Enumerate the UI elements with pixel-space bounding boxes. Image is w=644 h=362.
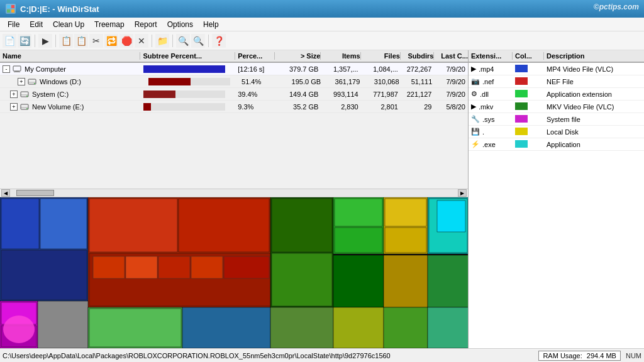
toolbar-refresh[interactable]: 🔁 — [104, 34, 118, 48]
toolbar: 📄 🔄 ▶ 📋 📋 ✂ 🔁 🛑 ✕ 📁 🔍 🔍 ❓ — [0, 31, 644, 50]
ext-cell-desc: Local Disk — [544, 128, 644, 136]
menu-help[interactable]: Help — [198, 19, 224, 30]
subtree-bar — [143, 103, 225, 111]
scroll-thumb[interactable] — [16, 190, 54, 196]
scroll-left[interactable]: ◀ — [1, 189, 10, 197]
ext-cell-ext: ⚡ .exe — [469, 140, 513, 148]
row-perce: 51.4% — [239, 78, 278, 85]
col-header-subdirs[interactable]: Subdirs — [401, 52, 435, 60]
row-lastc: 5/8/20 — [434, 103, 468, 111]
ext-cell-desc: Application extension — [544, 90, 644, 98]
row-name-label: System (C:) — [32, 90, 69, 98]
ext-row[interactable]: 💾 . Local Disk — [469, 126, 644, 138]
ext-row[interactable]: ⚙ .dll Application extension — [469, 88, 644, 101]
svg-rect-32 — [272, 253, 332, 306]
ext-cell-ext: ▶ .mp4 — [469, 65, 513, 73]
menu-options[interactable]: Options — [162, 19, 198, 30]
table-row[interactable]: - My Computer [12:16 s] 379.7 GB 1,357,.… — [0, 63, 468, 75]
svg-rect-43 — [428, 255, 468, 307]
svg-rect-26 — [126, 256, 157, 278]
scroll-right[interactable]: ▶ — [458, 189, 467, 197]
col-header-size[interactable]: > Size — [275, 52, 321, 60]
ext-col-header-desc[interactable]: Description — [544, 52, 644, 60]
col-header-perce[interactable]: Perce... — [235, 52, 275, 60]
ext-row[interactable]: ▶ .mp4 MP4 Video File (VLC) — [469, 63, 644, 75]
svg-rect-22 — [89, 199, 177, 252]
svg-point-10 — [34, 83, 35, 84]
svg-point-55 — [3, 315, 35, 343]
ram-label: RAM Usage: — [543, 352, 582, 359]
ext-col-header-ext[interactable]: Extensi... — [469, 52, 513, 60]
ext-cell-ext: ⚙ .dll — [469, 90, 513, 98]
ext-row[interactable]: 🔧 .sys System file — [469, 113, 644, 126]
horizontal-scrollbar[interactable]: ◀ ▶ — [0, 189, 468, 197]
svg-rect-49 — [89, 309, 181, 347]
table-row[interactable]: + New Volume (E:) 9.3% 35.2 GB 2,830 2,8… — [0, 101, 468, 113]
watermark: ©pctips.com — [594, 3, 639, 11]
toolbar-help[interactable]: ❓ — [212, 34, 226, 48]
file-table: - My Computer [12:16 s] 379.7 GB 1,357,.… — [0, 63, 468, 189]
ext-col-header-col[interactable]: Col... — [513, 52, 544, 60]
row-size: 379.7 GB — [275, 65, 321, 73]
ext-row[interactable]: 📷 .nef NEF File — [469, 75, 644, 88]
expand-icon[interactable]: - — [3, 65, 10, 73]
col-header-files[interactable]: Files — [361, 52, 401, 60]
toolbar-delete[interactable]: ✕ — [135, 34, 148, 48]
row-perce: [12:16 s] — [235, 65, 275, 73]
ext-cell-col — [513, 102, 544, 111]
toolbar-new[interactable]: 📄 — [3, 34, 16, 48]
ext-file-icon: ⚡ — [471, 140, 480, 148]
toolbar-open[interactable]: 🔄 — [18, 34, 31, 48]
row-items: 993,114 — [321, 90, 360, 98]
row-subdirs: 51,111 — [402, 78, 435, 85]
toolbar-cut[interactable]: ✂ — [89, 34, 103, 48]
expand-icon[interactable]: + — [18, 78, 25, 85]
toolbar-zoom-out[interactable]: 🔍 — [191, 34, 205, 48]
col-header-items[interactable]: Items — [321, 52, 360, 60]
toolbar-back[interactable]: ▶ — [38, 34, 52, 48]
row-size: 35.2 GB — [275, 103, 321, 111]
menu-edit[interactable]: Edit — [25, 19, 48, 30]
svg-rect-18 — [1, 199, 39, 249]
menu-file[interactable]: File — [3, 19, 25, 30]
svg-rect-52 — [333, 307, 384, 348]
ext-cell-col — [513, 77, 544, 86]
svg-rect-39 — [385, 228, 426, 253]
col-header-subtree[interactable]: Subtree Percent... — [140, 52, 235, 60]
toolbar-stop[interactable]: 🛑 — [119, 34, 133, 48]
ext-rows: ▶ .mp4 MP4 Video File (VLC) 📷 .nef NEF F… — [469, 63, 644, 151]
ext-cell-col — [513, 115, 544, 124]
ext-cell-ext: 🔧 .sys — [469, 115, 513, 123]
toolbar-paste[interactable]: 📋 — [74, 34, 88, 48]
ext-cell-col — [513, 140, 544, 149]
window-title: C:|D:|E: - WinDirStat — [20, 4, 99, 14]
menu-cleanup[interactable]: Clean Up — [48, 19, 89, 30]
ext-cell-col — [513, 90, 544, 99]
col-header-lastc[interactable]: Last C... — [434, 52, 468, 60]
menu-report[interactable]: Report — [130, 19, 162, 30]
svg-rect-51 — [270, 307, 333, 348]
toolbar-zoom-in[interactable]: 🔍 — [176, 34, 190, 48]
toolbar-folder[interactable]: 📁 — [155, 34, 169, 48]
ext-cell-ext: 💾 . — [469, 128, 513, 136]
scroll-track[interactable] — [10, 189, 458, 197]
expand-icon[interactable]: + — [10, 90, 18, 98]
svg-rect-36 — [333, 255, 384, 307]
ext-cell-ext: 📷 .nef — [469, 77, 513, 85]
row-size: 149.4 GB — [275, 90, 321, 98]
row-files: 1,084,... — [361, 65, 401, 73]
table-row[interactable]: + Windows (D:) 51.4% 195.0 GB 361,179 31… — [0, 75, 468, 88]
treemap[interactable] — [0, 197, 468, 348]
row-subdirs: 272,267 — [401, 65, 435, 73]
ext-row[interactable]: ▶ .mkv MKV Video File (VLC) — [469, 101, 644, 113]
menu-treemap[interactable]: Treemap — [89, 19, 130, 30]
bar-fill — [143, 65, 225, 73]
num-lock-indicator: NUM — [626, 352, 641, 359]
expand-icon[interactable]: + — [10, 103, 18, 111]
toolbar-sep1 — [35, 35, 35, 47]
toolbar-copy[interactable]: 📋 — [59, 34, 73, 48]
col-header-name[interactable]: Name — [0, 52, 140, 60]
row-perce: 39.4% — [235, 90, 275, 98]
ext-row[interactable]: ⚡ .exe Application — [469, 138, 644, 151]
table-row[interactable]: + System (C:) 39.4% 149.4 GB 993,114 771… — [0, 88, 468, 101]
